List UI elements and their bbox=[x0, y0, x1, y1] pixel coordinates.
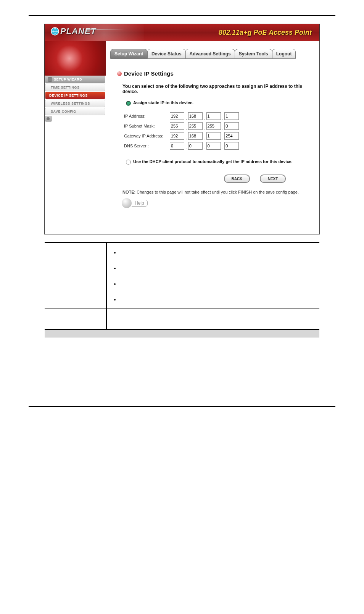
gw-octet-2[interactable] bbox=[188, 132, 203, 140]
tab-system-tools[interactable]: System Tools bbox=[235, 49, 272, 59]
sidebar-item-device-ip-settings[interactable]: Device IP Settings bbox=[45, 92, 105, 99]
sidebar-item-save-config[interactable]: Save Config bbox=[45, 108, 105, 115]
note-text: NOTE: Changes to this page will not take… bbox=[122, 190, 300, 194]
options-row2-label bbox=[45, 309, 106, 330]
page-title: Device IP Settings bbox=[124, 70, 174, 77]
gw-octet-3[interactable] bbox=[206, 132, 221, 140]
mask-octet-2[interactable] bbox=[188, 122, 203, 130]
tab-logout[interactable]: Logout bbox=[272, 49, 296, 59]
sidebar-item-stub bbox=[45, 116, 52, 122]
sidebar-item-label: Setup Wizard bbox=[54, 78, 82, 81]
ip-octet-1[interactable] bbox=[170, 112, 184, 120]
options-bullet bbox=[120, 281, 316, 287]
ip-settings-grid: IP Address: . . . IP Subnet Mask: . . . bbox=[124, 111, 315, 151]
dns-octet-3[interactable] bbox=[206, 142, 221, 150]
section-heading: Device IP Settings bbox=[117, 70, 315, 77]
tab-label: Device Status bbox=[151, 51, 182, 57]
options-row2-cell bbox=[106, 309, 319, 330]
next-button-label: NEXT bbox=[268, 177, 278, 181]
help-label: Help bbox=[132, 200, 148, 207]
sidebar-item-label: Save Config bbox=[51, 110, 76, 113]
radio-dhcp-label: Use the DHCP client protocol to automati… bbox=[133, 159, 293, 164]
banner: PLANET 802.11a+g PoE Access Point bbox=[45, 24, 319, 41]
note-body: Changes to this page will not take effec… bbox=[135, 190, 299, 194]
gw-octet-1[interactable] bbox=[170, 132, 184, 140]
help[interactable]: Help bbox=[122, 198, 315, 208]
next-button[interactable]: NEXT bbox=[260, 175, 286, 183]
help-ball-icon bbox=[122, 198, 132, 208]
dns-octet-1[interactable] bbox=[170, 142, 184, 150]
sidebar-menu: Setup Wizard Time Settings Device IP Set… bbox=[45, 76, 106, 122]
tab-label: Setup Wizard bbox=[114, 51, 143, 57]
options-row1-cell bbox=[106, 242, 319, 309]
tab-device-status[interactable]: Device Status bbox=[147, 49, 186, 59]
tab-label: Advanced Settings bbox=[190, 51, 231, 57]
note-prefix: NOTE: bbox=[122, 190, 135, 194]
radio-static-input[interactable] bbox=[126, 101, 131, 106]
radio-static[interactable]: Assign static IP to this device. bbox=[124, 100, 315, 106]
brand-name: PLANET bbox=[60, 26, 96, 36]
tab-bar: Setup Wizard Device Status Advanced Sett… bbox=[110, 49, 315, 59]
ip-address-label: IP Address: bbox=[124, 114, 170, 118]
grey-bar bbox=[45, 330, 319, 338]
sidebar-item-time-settings[interactable]: Time Settings bbox=[45, 84, 105, 91]
mask-octet-1[interactable] bbox=[170, 122, 184, 130]
gw-octet-4[interactable] bbox=[224, 132, 239, 140]
radio-dhcp-input[interactable] bbox=[126, 160, 131, 165]
tab-advanced-settings[interactable]: Advanced Settings bbox=[185, 49, 235, 59]
mask-octet-4[interactable] bbox=[224, 122, 239, 130]
ip-octet-2[interactable] bbox=[188, 112, 203, 120]
sidebar: Setup Wizard Time Settings Device IP Set… bbox=[45, 41, 106, 234]
sidebar-item-wireless-settings[interactable]: Wireless Settings bbox=[45, 100, 105, 107]
sidebar-item-label: Time Settings bbox=[51, 86, 80, 89]
ip-octet-4[interactable] bbox=[224, 112, 239, 120]
options-bullet bbox=[120, 297, 316, 302]
options-bullet bbox=[120, 265, 316, 271]
options-row1-label bbox=[45, 242, 106, 309]
globe-icon bbox=[50, 27, 60, 36]
radio-static-label: Assign static IP to this device. bbox=[133, 100, 193, 105]
subnet-mask-label: IP Subnet Mask: bbox=[124, 124, 170, 128]
tab-setup-wizard[interactable]: Setup Wizard bbox=[110, 49, 148, 59]
gateway-label: Gateway IP Address: bbox=[124, 134, 170, 138]
tab-label: Logout bbox=[276, 51, 292, 57]
red-dot-icon bbox=[117, 71, 122, 76]
sidebar-item-label: Wireless Settings bbox=[51, 102, 90, 105]
back-button[interactable]: BACK bbox=[224, 175, 250, 183]
tab-label: System Tools bbox=[239, 51, 268, 57]
back-button-label: BACK bbox=[232, 177, 243, 181]
ip-octet-3[interactable] bbox=[206, 112, 221, 120]
router-ui-screenshot: PLANET 802.11a+g PoE Access Point Setup … bbox=[44, 24, 320, 234]
intro-text: You can select one of the following two … bbox=[122, 84, 307, 94]
dns-octet-4[interactable] bbox=[224, 142, 239, 150]
dns-label: DNS Server : bbox=[124, 144, 170, 148]
options-table bbox=[45, 242, 319, 330]
banner-decor-line bbox=[87, 29, 125, 30]
brand-logo: PLANET bbox=[50, 26, 96, 36]
sidebar-item-label: Device IP Settings bbox=[49, 94, 88, 97]
mask-octet-3[interactable] bbox=[206, 122, 221, 130]
wizard-nav: BACK NEXT bbox=[110, 175, 286, 183]
radio-dhcp[interactable]: Use the DHCP client protocol to automati… bbox=[124, 158, 315, 165]
main-content: Setup Wizard Device Status Advanced Sett… bbox=[106, 41, 319, 234]
options-bullet bbox=[120, 250, 316, 255]
banner-title: 802.11a+g PoE Access Point bbox=[219, 29, 312, 37]
dns-octet-2[interactable] bbox=[188, 142, 203, 150]
sidebar-item-setup-wizard[interactable]: Setup Wizard bbox=[45, 76, 105, 83]
sidebar-hero-image bbox=[45, 41, 106, 76]
